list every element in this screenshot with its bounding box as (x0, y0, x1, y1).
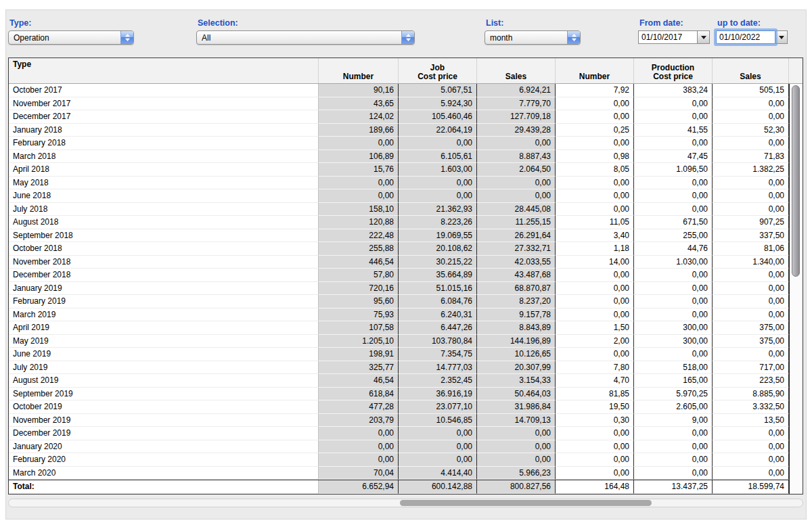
horizontal-scrollbar[interactable] (8, 499, 803, 507)
row-value: 255,88 (319, 242, 399, 256)
row-value: 203,79 (319, 414, 399, 428)
row-value: 0,00 (634, 282, 713, 296)
row-label: December 2017 (9, 110, 319, 124)
table-row[interactable]: September 2018222,4819.069,5526.291,643,… (9, 229, 803, 243)
to-date-dropdown-button[interactable] (775, 30, 788, 44)
row-value: 1.096,50 (634, 163, 713, 177)
table-header: Type NumberJobCost priceSalesNumberProdu… (9, 58, 803, 84)
row-value: 0,00 (319, 453, 399, 467)
horizontal-scrollbar-thumb[interactable] (400, 500, 652, 506)
table-row[interactable]: June 20180,000,000,000,000,000,00 (9, 189, 803, 203)
row-value: 8.885,90 (713, 388, 789, 401)
from-date-dropdown-button[interactable] (698, 30, 710, 44)
row-value: 20.108,62 (399, 242, 477, 256)
column-header[interactable]: Number (319, 58, 399, 83)
table-row[interactable]: May 20180,000,000,000,000,000,00 (9, 177, 803, 190)
table-row[interactable]: November 2018446,5430.215,2242.033,5514,… (9, 256, 803, 269)
table-row[interactable]: February 20180,000,000,000,000,000,00 (9, 137, 803, 150)
column-header[interactable]: Sales (477, 58, 556, 83)
table-row[interactable]: October 2018255,8820.108,6227.332,711,18… (9, 242, 803, 256)
table-row[interactable]: July 2018158,1021.362,9328.445,080,000,0… (9, 203, 803, 216)
table-row[interactable]: December 20190,000,000,000,000,000,00 (9, 427, 803, 440)
row-value: 0,00 (713, 453, 789, 467)
list-dropdown[interactable]: month (484, 30, 581, 45)
table-row[interactable]: January 20200,000,000,000,000,000,00 (9, 440, 803, 454)
row-value: 5.924,30 (399, 97, 477, 111)
row-value: 325,77 (319, 361, 399, 375)
vertical-scrollbar-thumb[interactable] (792, 85, 800, 277)
table-row[interactable]: December 201857,8035.664,8943.487,680,00… (9, 269, 803, 282)
row-value: 0,00 (319, 427, 399, 440)
row-value: 27.332,71 (477, 242, 556, 256)
table-row[interactable]: October 201790,165.067,516.924,217,92383… (9, 84, 803, 97)
to-date-input[interactable] (716, 30, 775, 44)
row-value: 0,00 (319, 177, 399, 190)
total-row[interactable]: Total:6.652,94600.142,88800.827,56164,48… (9, 480, 803, 494)
table-row[interactable]: January 2019720,1651.015,1668.870,870,00… (9, 282, 803, 296)
row-value: 95,60 (319, 295, 399, 308)
row-value: 618,84 (319, 388, 399, 401)
type-dropdown[interactable]: Operation (8, 30, 134, 45)
row-value: 0,00 (556, 269, 634, 282)
row-value: 15,76 (319, 163, 399, 177)
row-value: 0,00 (634, 269, 713, 282)
row-value: 51.015,16 (399, 282, 477, 296)
table-row[interactable]: September 2019618,8436.916,1950.464,0381… (9, 388, 803, 401)
column-header[interactable]: JobCost price (399, 58, 477, 83)
column-header[interactable]: Number (556, 58, 634, 83)
row-value: 375,00 (713, 321, 789, 335)
table-row[interactable]: February 201995,606.084,768.237,200,000,… (9, 295, 803, 308)
table-row[interactable]: January 2018189,6622.064,1929.439,280,25… (9, 124, 803, 137)
table-row[interactable]: August 201946,542.352,453.154,334,70165,… (9, 374, 803, 388)
column-header[interactable]: Sales (713, 58, 789, 83)
row-value: 30.215,22 (399, 256, 477, 269)
row-value: 0,00 (556, 189, 634, 203)
row-value: 81,85 (556, 388, 634, 401)
row-value: 0,00 (713, 348, 789, 361)
table-row[interactable]: April 2019107,586.447,268.843,891,50300,… (9, 321, 803, 335)
column-header-line2: Cost price (418, 72, 457, 81)
table-row[interactable]: August 2018120,888.223,2611.255,1511,056… (9, 216, 803, 229)
row-value: 57,80 (319, 269, 399, 282)
row-value: 800.827,56 (477, 480, 556, 494)
row-value: 20.307,99 (477, 361, 556, 375)
row-value: 31.986,84 (477, 400, 556, 414)
table-row[interactable]: December 2017124,02105.460,46127.709,180… (9, 110, 803, 124)
row-value: 6.924,21 (477, 84, 556, 97)
table-row[interactable]: May 20191.205,10103.780,84144.196,892,00… (9, 335, 803, 348)
table-row[interactable]: February 20200,000,000,000,000,000,00 (9, 453, 803, 467)
row-value: 0,00 (634, 440, 713, 454)
column-header-type[interactable]: Type (9, 58, 319, 83)
vertical-scrollbar[interactable] (789, 84, 803, 494)
table-row[interactable]: April 201815,761.603,002.064,508,051.096… (9, 163, 803, 177)
table-row[interactable]: October 2019477,2823.077,1031.986,8419,5… (9, 400, 803, 414)
row-label: Total: (9, 480, 319, 494)
row-value: 106,89 (319, 150, 399, 164)
row-label: October 2017 (9, 84, 319, 97)
table-row[interactable]: July 2019325,7714.777,0320.307,997,80518… (9, 361, 803, 375)
row-value: 1.340,00 (713, 256, 789, 269)
table-row[interactable]: March 202070,044.414,405.966,230,000,000… (9, 467, 803, 480)
row-label: February 2019 (9, 295, 319, 308)
row-value: 0,00 (713, 269, 789, 282)
table-row[interactable]: November 2019203,7910.546,8514.709,130,3… (9, 414, 803, 428)
row-value: 11.255,15 (477, 216, 556, 229)
row-value: 0,00 (399, 453, 477, 467)
row-label: June 2018 (9, 189, 319, 203)
row-value: 0,00 (477, 177, 556, 190)
row-value: 0,00 (634, 295, 713, 308)
table-row[interactable]: June 2019198,917.354,7510.126,650,000,00… (9, 348, 803, 361)
column-header[interactable]: ProductionCost price (634, 58, 713, 83)
row-value: 0,00 (477, 427, 556, 440)
row-value: 0,00 (556, 203, 634, 216)
row-label: January 2020 (9, 440, 319, 454)
row-label: June 2019 (9, 348, 319, 361)
table-row[interactable]: March 201975,936.240,319.157,780,000,000… (9, 308, 803, 322)
table-row[interactable]: March 2018106,896.105,618.887,430,9847,4… (9, 150, 803, 164)
table-row[interactable]: November 201743,655.924,307.779,700,000,… (9, 97, 803, 111)
from-date-input[interactable] (638, 30, 698, 44)
row-value: 21.362,93 (399, 203, 477, 216)
selection-dropdown[interactable]: All (196, 30, 415, 45)
row-value: 1.205,10 (319, 335, 399, 348)
row-value: 0,00 (399, 137, 477, 150)
